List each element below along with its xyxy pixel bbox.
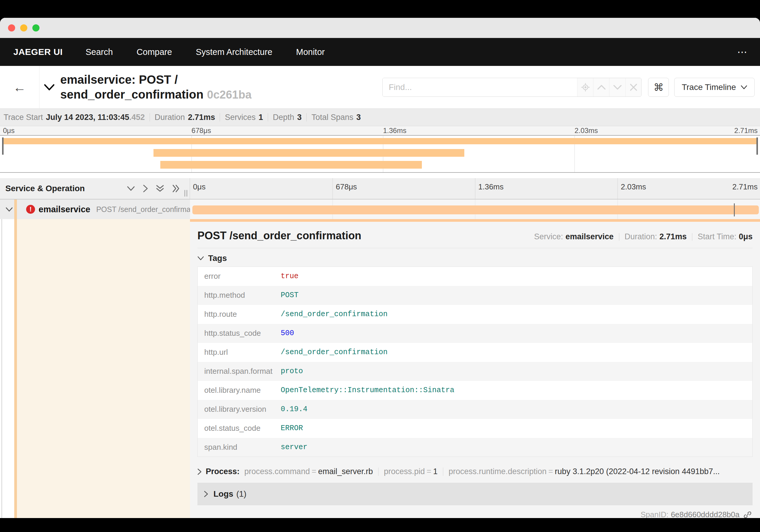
detail-accent-bar: [190, 219, 760, 222]
span-row[interactable]: ! emailservice POST /send_order_confirma…: [0, 200, 760, 219]
expand-one-icon[interactable]: [143, 184, 148, 193]
tag-row[interactable]: otel.library.nameOpenTelemetry::Instrume…: [198, 381, 753, 400]
nav-item-system-architecture[interactable]: System Architecture: [196, 47, 272, 57]
depth-value: 3: [297, 113, 302, 122]
timeline-grid-header: Service & Operation 0μs 678μs 1.36ms 2.0…: [0, 178, 760, 200]
tag-row[interactable]: http.methodPOST: [198, 286, 753, 305]
span-service-name: emailservice: [39, 205, 90, 214]
logs-section-toggle[interactable]: Logs (1): [197, 483, 753, 505]
service-label: Service:: [534, 232, 563, 241]
find-group: [382, 78, 641, 97]
close-window-button[interactable]: [8, 24, 15, 31]
span-detail-card: POST /send_order_confirmation Service: e…: [190, 222, 760, 518]
zoom-window-button[interactable]: [32, 24, 39, 31]
services-label: Services: [225, 113, 256, 122]
detail-duration-label: Duration:: [625, 232, 657, 241]
nav-item-compare[interactable]: Compare: [137, 47, 172, 57]
next-result-icon[interactable]: [609, 78, 625, 96]
deep-link-icon[interactable]: [743, 510, 752, 518]
view-mode-select[interactable]: Trace Timeline: [674, 78, 755, 97]
total-spans-value: 3: [356, 113, 361, 122]
services-value: 1: [259, 113, 263, 122]
minimap-span-bar: [160, 161, 422, 169]
expand-all-icon[interactable]: [172, 184, 180, 193]
timeline-ruler: 0μs 678μs 1.36ms 2.03ms 2.71ms: [0, 126, 760, 135]
detail-left-gutter: [0, 219, 190, 518]
app-window: JAEGER UI Search Compare System Architec…: [0, 18, 760, 518]
keyboard-shortcuts-button[interactable]: ⌘: [648, 78, 669, 97]
span-detail-row: POST /send_order_confirmation Service: e…: [0, 219, 760, 518]
find-input[interactable]: [383, 78, 577, 96]
tags-section-toggle[interactable]: Tags: [197, 254, 753, 263]
divider: [197, 248, 753, 248]
minimap-span-bar: [154, 149, 464, 157]
minimap-span-bar: [2, 138, 758, 144]
page-title: emailservice: POST / send_order_confirma…: [60, 72, 252, 102]
trace-id: 0c261ba: [207, 88, 252, 101]
span-id-value: 6e8d660dddd28b0a: [671, 510, 739, 518]
chevron-down-icon: [741, 85, 747, 89]
chevron-right-icon: [204, 491, 208, 497]
jaeger-logo[interactable]: JAEGER UI: [13, 47, 63, 57]
error-icon: !: [26, 205, 35, 214]
tags-table: errortrue http.methodPOST http.route/sen…: [197, 266, 753, 457]
start-time-label: Start Time:: [698, 232, 736, 241]
span-indent-guide: [14, 219, 17, 518]
tag-row[interactable]: otel.library.version0.19.4: [198, 400, 753, 419]
process-section-toggle[interactable]: Process: process.command=email_server.rb…: [197, 467, 753, 476]
tag-row[interactable]: otel.status_codeERROR: [198, 419, 753, 438]
nav-item-search[interactable]: Search: [85, 47, 113, 57]
collapse-children-chevron-icon[interactable]: [5, 207, 13, 212]
tag-row[interactable]: http.status_code500: [198, 324, 753, 343]
depth-label: Depth: [273, 113, 294, 122]
column-resizer-grip[interactable]: [184, 190, 187, 197]
detail-duration-value: 2.71ms: [659, 232, 687, 241]
nav-item-monitor[interactable]: Monitor: [296, 47, 325, 57]
span-log-marker[interactable]: [734, 203, 735, 217]
trace-summary-bar: Trace Start July 14 2023, 11:03:45.452 D…: [0, 108, 760, 126]
trace-header: ← emailservice: POST / send_order_confir…: [0, 66, 760, 108]
trace-start-label: Trace Start: [4, 113, 43, 122]
span-duration-bar[interactable]: [192, 206, 759, 214]
span-id-row: SpanID: 6e8d660dddd28b0a: [197, 510, 753, 518]
duration-label: Duration: [155, 113, 185, 122]
trace-minimap[interactable]: [0, 135, 760, 173]
spacer: [0, 173, 760, 178]
service-operation-header: Service & Operation: [5, 184, 85, 193]
tag-row[interactable]: internal.span.formatproto: [198, 362, 753, 381]
span-operation-name: POST /send_order_confirmation: [96, 205, 203, 214]
back-button[interactable]: ←: [0, 66, 39, 108]
prev-result-icon[interactable]: [593, 78, 609, 96]
range-handle-right[interactable]: [756, 137, 758, 155]
trace-start-value: July 14 2023, 11:03:45.452: [46, 113, 145, 122]
minimize-window-button[interactable]: [20, 24, 27, 31]
chevron-right-icon: [197, 468, 202, 475]
clear-search-icon[interactable]: [625, 78, 641, 96]
span-indent-guide: [14, 200, 17, 219]
tag-row[interactable]: span.kindserver: [198, 438, 753, 457]
tag-row[interactable]: http.url/send_order_confirmation: [198, 343, 753, 362]
collapse-trace-chevron-icon[interactable]: [44, 83, 55, 91]
chevron-down-icon: [197, 256, 204, 260]
duration-value: 2.71ms: [188, 113, 215, 122]
top-navbar: JAEGER UI Search Compare System Architec…: [0, 38, 760, 66]
total-spans-label: Total Spans: [311, 113, 353, 122]
back-arrow-icon: ←: [13, 80, 26, 95]
command-key-icon: ⌘: [653, 81, 664, 93]
collapse-one-icon[interactable]: [127, 186, 135, 191]
start-time-value: 0μs: [738, 232, 753, 241]
window-titlebar: [0, 18, 760, 38]
span-detail-title: POST /send_order_confirmation: [197, 229, 361, 242]
collapse-all-icon[interactable]: [156, 184, 164, 193]
tag-row[interactable]: http.route/send_order_confirmation: [198, 305, 753, 324]
locate-span-icon[interactable]: [577, 78, 593, 96]
nav-overflow-menu-icon[interactable]: ⋯: [737, 49, 748, 55]
span-id-label: SpanID:: [641, 510, 669, 518]
service-value: emailservice: [566, 232, 614, 241]
tag-row[interactable]: errortrue: [198, 267, 753, 286]
range-handle-left[interactable]: [2, 137, 4, 155]
